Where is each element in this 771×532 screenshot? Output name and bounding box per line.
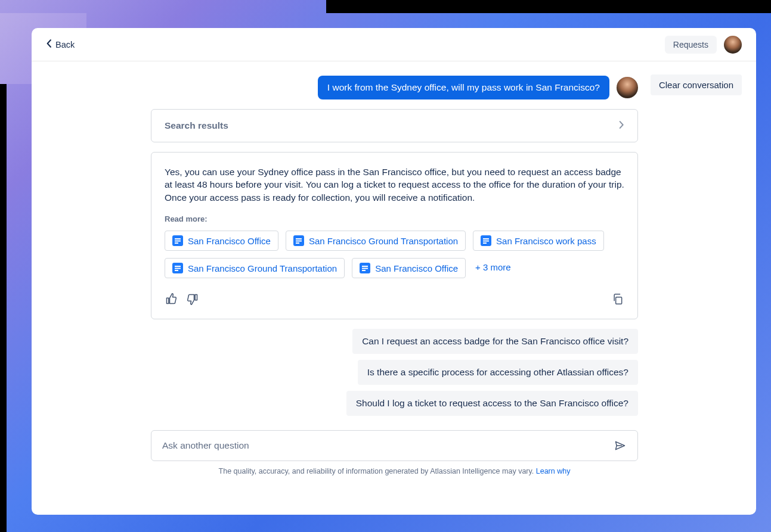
source-chip[interactable]: San Francisco Ground Transportation bbox=[165, 258, 345, 278]
chevron-left-icon bbox=[46, 39, 52, 49]
source-chip[interactable]: San Francisco Ground Transportation bbox=[286, 231, 466, 251]
source-chip[interactable]: San Francisco Office bbox=[165, 231, 278, 251]
svg-rect-8 bbox=[483, 242, 487, 244]
answer-text: Yes, you can use your Sydney office pass… bbox=[165, 166, 624, 204]
suggestion-button[interactable]: Should I log a ticket to request access … bbox=[346, 391, 638, 416]
svg-rect-1 bbox=[175, 241, 181, 242]
suggestion-button[interactable]: Can I request an access badge for the Sa… bbox=[352, 329, 638, 354]
svg-rect-15 bbox=[616, 297, 622, 304]
svg-rect-14 bbox=[362, 270, 366, 271]
avatar[interactable] bbox=[724, 36, 742, 54]
document-icon bbox=[172, 263, 183, 273]
back-label: Back bbox=[55, 40, 75, 49]
message-input-container bbox=[151, 430, 638, 461]
suggestion-button[interactable]: Is there a specific process for accessin… bbox=[358, 360, 638, 385]
user-message-row: I work from the Sydney office, will my p… bbox=[151, 76, 638, 99]
document-icon bbox=[481, 235, 491, 246]
chevron-right-icon bbox=[619, 120, 624, 131]
read-more-label: Read more: bbox=[165, 214, 624, 223]
svg-rect-10 bbox=[175, 268, 181, 269]
chat-panel: Back Requests Clear conversation I work … bbox=[32, 28, 756, 515]
document-icon bbox=[172, 235, 183, 246]
svg-rect-0 bbox=[175, 238, 181, 239]
copy-button[interactable] bbox=[611, 293, 624, 306]
send-button[interactable] bbox=[614, 439, 627, 452]
svg-rect-4 bbox=[296, 241, 302, 242]
svg-rect-13 bbox=[362, 268, 368, 269]
document-icon bbox=[360, 263, 370, 273]
svg-rect-12 bbox=[362, 266, 368, 267]
source-chip[interactable]: San Francisco work pass bbox=[473, 231, 604, 251]
svg-rect-6 bbox=[483, 238, 489, 239]
answer-card: Yes, you can use your Sydney office pass… bbox=[151, 152, 638, 319]
requests-button[interactable]: Requests bbox=[665, 36, 717, 54]
disclaimer: The quality, accuracy, and reliability o… bbox=[151, 467, 638, 485]
back-button[interactable]: Back bbox=[46, 39, 75, 49]
thumbs-up-button[interactable] bbox=[165, 293, 178, 306]
header: Back Requests bbox=[32, 28, 756, 61]
suggestions: Can I request an access badge for the Sa… bbox=[151, 329, 638, 416]
clear-conversation-button[interactable]: Clear conversation bbox=[651, 74, 742, 95]
learn-why-link[interactable]: Learn why bbox=[536, 467, 571, 475]
search-results-label: Search results bbox=[165, 120, 228, 131]
user-message-bubble: I work from the Sydney office, will my p… bbox=[318, 76, 609, 99]
source-chip[interactable]: San Francisco Office bbox=[352, 258, 466, 278]
svg-rect-11 bbox=[175, 270, 178, 271]
thumbs-down-button[interactable] bbox=[186, 293, 199, 306]
svg-rect-3 bbox=[296, 238, 302, 239]
search-results-card[interactable]: Search results bbox=[151, 109, 638, 142]
message-input[interactable] bbox=[162, 440, 614, 451]
svg-rect-7 bbox=[483, 241, 489, 242]
more-sources-link[interactable]: + 3 more bbox=[473, 258, 513, 278]
svg-rect-9 bbox=[175, 266, 181, 267]
avatar bbox=[617, 77, 638, 98]
svg-rect-2 bbox=[175, 242, 178, 244]
document-icon bbox=[293, 235, 304, 246]
svg-rect-5 bbox=[296, 242, 299, 244]
